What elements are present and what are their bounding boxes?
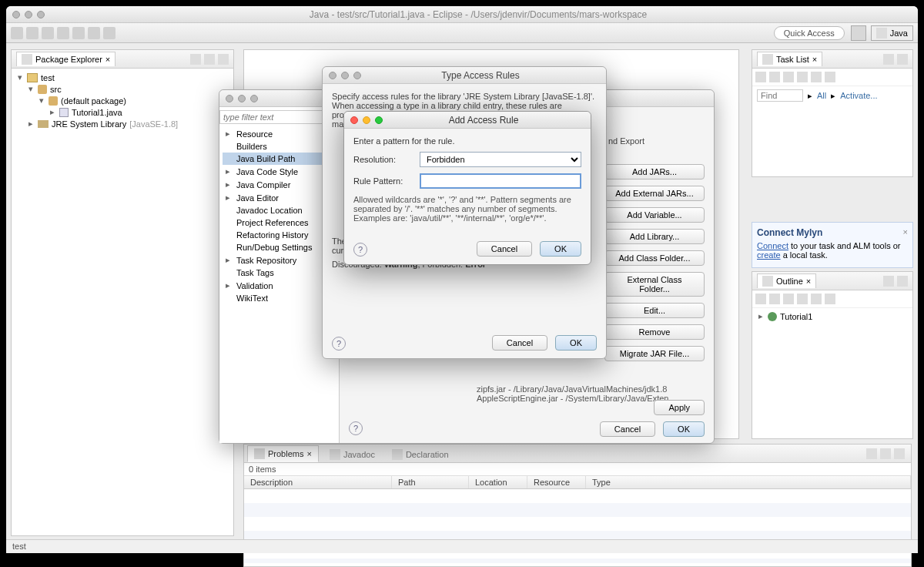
close-icon[interactable] [350, 116, 358, 124]
collapse-all-icon[interactable] [190, 54, 201, 65]
nav-builders[interactable]: Builders [223, 140, 336, 153]
nav-java-compiler[interactable]: ▸Java Compiler [223, 178, 336, 191]
column-resource[interactable]: Resource [527, 476, 586, 488]
collapse-icon[interactable] [811, 72, 822, 82]
migrate-jar-button[interactable]: Migrate JAR File... [604, 346, 705, 361]
package-explorer-tab[interactable]: Package Explorer × [16, 52, 116, 66]
close-icon[interactable]: × [806, 277, 811, 286]
close-icon[interactable]: × [105, 55, 110, 64]
minimize-icon[interactable] [883, 276, 894, 287]
resolution-select[interactable]: Forbidden [420, 152, 581, 167]
nav-task-repository[interactable]: ▸Task Repository [223, 253, 336, 267]
task-list-tab[interactable]: Task List × [757, 52, 822, 66]
minimize-icon[interactable] [880, 448, 891, 459]
cancel-button[interactable]: Cancel [477, 241, 532, 257]
find-input[interactable] [757, 89, 803, 102]
rule-pattern-input[interactable] [420, 173, 581, 189]
javadoc-tab[interactable]: Javadoc [323, 447, 381, 462]
all-link[interactable]: All [817, 91, 826, 100]
hide-local-icon[interactable] [811, 294, 822, 304]
problems-tab[interactable]: Problems× [247, 445, 319, 462]
new-task-icon[interactable] [755, 72, 766, 82]
cancel-button[interactable]: Cancel [492, 335, 547, 351]
nav-refactoring-history[interactable]: Refactoring History [223, 229, 336, 241]
chevron-right-icon[interactable]: ▸ [808, 91, 812, 101]
twisty-icon[interactable]: ▾ [38, 96, 45, 106]
zoom-icon[interactable] [37, 11, 45, 18]
open-perspective-icon[interactable] [851, 25, 866, 41]
java-perspective-button[interactable]: Java [871, 25, 913, 41]
outline-item[interactable]: ▸ Tutorial1 [752, 308, 912, 324]
remove-button[interactable]: Remove [604, 324, 705, 340]
help-icon[interactable]: ? [353, 243, 367, 257]
hide-nonpublic-icon[interactable] [797, 294, 808, 304]
close-icon[interactable]: × [306, 449, 311, 458]
help-icon[interactable]: ? [332, 337, 346, 351]
ok-button[interactable]: OK [540, 241, 581, 257]
close-icon[interactable] [226, 95, 233, 102]
add-variable-button[interactable]: Add Variable... [604, 207, 705, 223]
minimize-icon[interactable] [238, 95, 246, 102]
twisty-icon[interactable]: ▸ [27, 119, 35, 129]
run-icon[interactable] [57, 27, 69, 39]
declaration-tab[interactable]: Declaration [386, 447, 455, 462]
help-icon[interactable]: ? [349, 421, 363, 435]
column-location[interactable]: Location [469, 476, 527, 488]
minimize-icon[interactable] [883, 54, 894, 65]
minimize-icon[interactable] [25, 11, 32, 18]
connect-link[interactable]: Connect [757, 241, 788, 250]
minimize-icon[interactable] [341, 72, 349, 79]
hide-static-icon[interactable] [783, 294, 794, 304]
zoom-icon[interactable] [250, 95, 258, 102]
twisty-icon[interactable]: ▸ [49, 107, 56, 117]
debug-icon[interactable] [42, 27, 54, 39]
link-editor-icon[interactable] [204, 54, 215, 65]
zoom-icon[interactable] [353, 72, 361, 79]
main-titlebar[interactable]: Java - test/src/Tutorial1.java - Eclipse… [6, 6, 918, 23]
close-icon[interactable] [329, 72, 336, 79]
focus-icon[interactable] [825, 72, 835, 82]
edit-button[interactable]: Edit... [604, 303, 705, 318]
pkg-icon[interactable] [72, 27, 85, 39]
project-tree[interactable]: ▾test ▾src ▾(default package) ▸Tutorial1… [12, 69, 233, 133]
ok-button[interactable]: OK [663, 421, 705, 437]
jar-list[interactable]: zipfs.jar - /Library/Java/JavaVirtualMac… [477, 384, 668, 403]
nav-project-references[interactable]: Project References [223, 216, 336, 229]
column-path[interactable]: Path [392, 476, 469, 488]
ok-button[interactable]: OK [555, 335, 597, 351]
add-external-jars-button[interactable]: Add External JARs... [604, 186, 705, 201]
schedule-icon[interactable] [783, 72, 794, 82]
categorize-icon[interactable] [769, 72, 780, 82]
zoom-icon[interactable] [375, 116, 383, 124]
external-class-folder-button[interactable]: External Class Folder... [604, 272, 705, 297]
open-type-icon[interactable] [88, 27, 100, 39]
add-jars-button[interactable]: Add JARs... [604, 164, 705, 179]
hide-fields-icon[interactable] [769, 294, 780, 304]
new-icon[interactable] [11, 27, 23, 39]
maximize-icon[interactable] [897, 54, 908, 65]
filter-input[interactable] [219, 110, 339, 124]
nav-java-build-path[interactable]: Java Build Path [223, 153, 336, 165]
activate-link[interactable]: Activate... [840, 91, 877, 100]
nav-javadoc-location[interactable]: Javadoc Location [223, 204, 336, 216]
chevron-right-icon[interactable]: ▸ [831, 91, 835, 101]
quick-access-field[interactable]: Quick Access [774, 26, 845, 40]
save-icon[interactable] [26, 27, 38, 39]
outline-tab[interactable]: Outline × [757, 273, 816, 288]
create-link[interactable]: create [757, 250, 781, 260]
order-export-tab[interactable]: nd Export [608, 136, 644, 146]
search-icon[interactable] [103, 27, 116, 39]
close-icon[interactable]: × [903, 227, 908, 237]
nav-java-editor[interactable]: ▸Java Editor [223, 191, 336, 204]
nav-java-code-style[interactable]: ▸Java Code Style [223, 165, 336, 178]
nav-validation[interactable]: ▸Validation [223, 279, 336, 292]
twisty-icon[interactable]: ▾ [16, 72, 24, 82]
column-description[interactable]: Description [244, 476, 392, 488]
nav-wikitext[interactable]: WikiText [223, 292, 336, 304]
view-menu-icon[interactable] [866, 448, 877, 459]
focus-icon[interactable] [825, 294, 835, 304]
twisty-icon[interactable]: ▾ [27, 84, 35, 94]
maximize-icon[interactable] [897, 276, 908, 287]
nav-task-tags[interactable]: Task Tags [223, 267, 336, 279]
view-menu-icon[interactable] [218, 54, 229, 65]
